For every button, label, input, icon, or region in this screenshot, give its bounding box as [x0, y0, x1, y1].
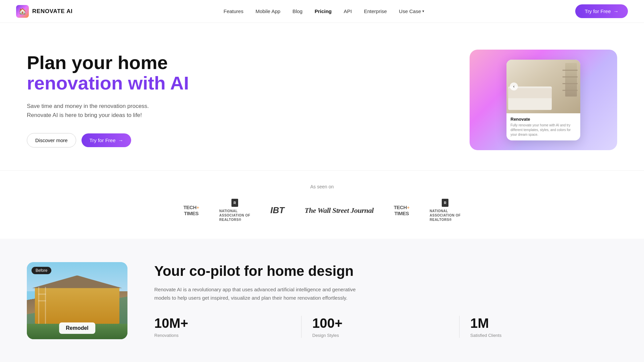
logo-tech-times-1: TECH+TIMES — [183, 204, 199, 217]
nav-link-blog[interactable]: Blog — [292, 8, 303, 14]
nav-links: Features Mobile App Blog Pricing API Ent… — [223, 8, 424, 14]
chevron-down-icon: ▾ — [422, 9, 424, 13]
brand-name: RENOVATE AI — [32, 8, 73, 15]
stat-renovations-number: 10M+ — [154, 316, 290, 331]
stat-styles-number: 100+ — [312, 316, 448, 331]
card-description: Fully renovate your home with AI and try… — [511, 123, 576, 137]
stat-styles-label: Design Styles — [312, 333, 448, 338]
stat-renovations: 10M+ Renovations — [154, 316, 301, 338]
nav-link-enterprise[interactable]: Enterprise — [364, 8, 387, 14]
room-card: ‹ Renovate Fully renovate your home with… — [506, 60, 580, 140]
stat-renovations-label: Renovations — [154, 333, 290, 338]
card-title: Renovate — [511, 117, 576, 122]
copilot-title: Your co-pilot for home design — [154, 263, 617, 279]
logo-nar-1: R NATIONALASSOCIATION OFREALTORS® — [219, 199, 250, 222]
wsj-text: The Wall Street Journal — [305, 206, 374, 215]
hero-title-line1: Plan your home — [27, 52, 168, 73]
hero-content: Plan your home renovation with AI Save t… — [27, 52, 189, 148]
stat-clients-label: Satisfied Clients — [470, 333, 606, 338]
nav-link-mobile-app[interactable]: Mobile App — [256, 8, 280, 14]
logos-row: TECH+TIMES R NATIONALASSOCIATION OFREALT… — [0, 199, 644, 222]
navbar: 🏠 RENOVATE AI Features Mobile App Blog P… — [0, 0, 644, 23]
logo-icon: 🏠 — [16, 5, 29, 18]
nav-try-button[interactable]: Try for Free → — [575, 4, 628, 18]
stat-clients-number: 1M — [470, 316, 606, 331]
stat-clients: 1M Satisfied Clients — [460, 316, 617, 338]
ibt-text: IBT — [270, 205, 284, 216]
logo-nar-2: R NATIONALASSOCIATION OFREALTORS® — [430, 199, 461, 222]
copilot-description: Renovate AI is a revolutionary app that … — [154, 285, 369, 302]
card-info: Renovate Fully renovate your home with A… — [506, 113, 580, 140]
logo-wsj: The Wall Street Journal — [305, 206, 374, 215]
hero-buttons: Discover more Try for Free → — [27, 133, 189, 147]
nav-try-label: Try for Free — [585, 8, 611, 14]
hero-card: ‹ Renovate Fully renovate your home with… — [470, 50, 617, 150]
nar-text-2: NATIONALASSOCIATION OFREALTORS® — [430, 209, 461, 222]
remodel-label: Remodel — [59, 322, 95, 334]
nav-link-features[interactable]: Features — [223, 8, 243, 14]
before-badge: Before — [32, 267, 51, 274]
try-free-label: Try for Free — [90, 137, 116, 143]
scaffold-1 — [38, 287, 39, 324]
brand-logo[interactable]: 🏠 RENOVATE AI — [16, 5, 73, 18]
hero-title-line2: renovation with AI — [27, 72, 189, 94]
copilot-section: Before Remodel Your co-pilot for home de… — [0, 239, 644, 362]
stats-row: 10M+ Renovations 100+ Design Styles 1M S… — [154, 316, 617, 338]
logo-tech-times-2: TECH+TIMES — [394, 204, 410, 217]
as-seen-label: As seen on — [0, 184, 644, 189]
copilot-content: Your co-pilot for home design Renovate A… — [154, 263, 617, 338]
hero-image-area: ‹ Renovate Fully renovate your home with… — [470, 50, 617, 150]
nav-link-api[interactable]: API — [344, 8, 352, 14]
try-free-button[interactable]: Try for Free → — [82, 133, 131, 147]
arrow-icon: → — [118, 137, 123, 143]
before-card: Before Remodel — [27, 262, 127, 339]
card-prev-button[interactable]: ‹ — [510, 82, 518, 90]
hero-title: Plan your home renovation with AI — [27, 52, 189, 94]
nar-icon-2: R — [442, 199, 448, 207]
nav-arrow-icon: → — [613, 8, 619, 14]
nar-icon: R — [231, 199, 238, 207]
stat-styles: 100+ Design Styles — [302, 316, 459, 338]
hero-subtitle: Save time and money in the renovation pr… — [27, 102, 174, 120]
house-body-decor — [35, 287, 119, 324]
nar-text: NATIONALASSOCIATION OFREALTORS® — [219, 209, 250, 222]
discover-button[interactable]: Discover more — [27, 133, 76, 147]
use-case-label: Use Case — [399, 8, 421, 14]
logo-ibt: IBT — [270, 205, 284, 216]
hero-section: Plan your home renovation with AI Save t… — [0, 23, 644, 170]
scaffold-h2 — [38, 300, 46, 301]
shelf-decor — [565, 63, 577, 97]
as-seen-section: As seen on TECH+TIMES R NATIONALASSOCIAT… — [0, 170, 644, 239]
room-image: ‹ — [506, 60, 580, 113]
nav-link-use-case[interactable]: Use Case ▾ — [399, 8, 424, 14]
nav-link-pricing[interactable]: Pricing — [315, 8, 332, 14]
scaffold-h1 — [38, 294, 46, 295]
scaffold-2 — [45, 287, 46, 324]
